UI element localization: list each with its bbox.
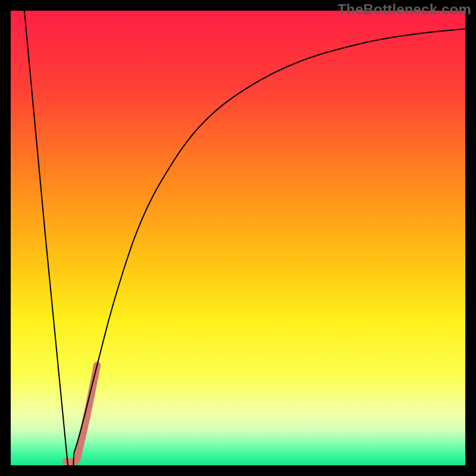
highlight-segment — [66, 365, 97, 462]
chart-frame: TheBottleneck.com — [0, 0, 476, 476]
curves-layer — [11, 11, 465, 465]
watermark-text: TheBottleneck.com — [337, 1, 471, 18]
plot-area — [11, 11, 465, 465]
